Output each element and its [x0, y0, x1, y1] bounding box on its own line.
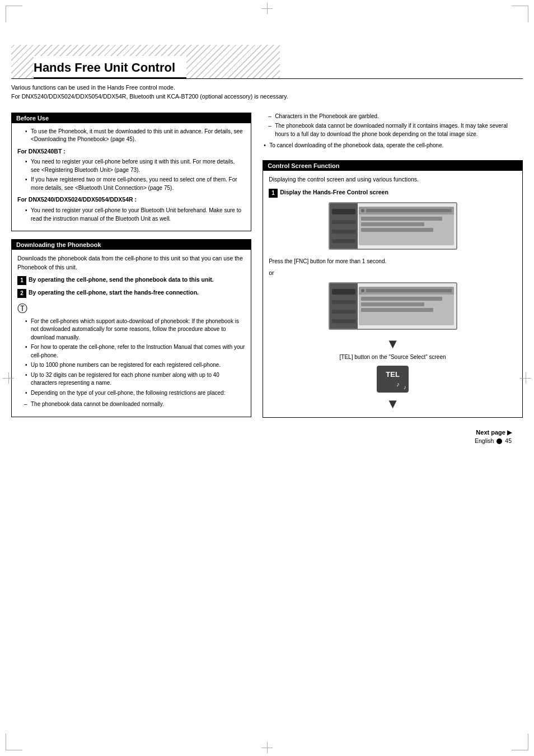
downloading-section: Downloading the Phonebook Downloads the …: [11, 239, 251, 417]
device-btn-2: [332, 220, 355, 224]
downloading-content: Downloads the phonebook data from the ce…: [12, 250, 251, 417]
arrow-down-1: ▼: [269, 337, 517, 351]
control-screen-header: Control Screen Function: [263, 161, 522, 171]
cross-mark-top: [261, 3, 273, 14]
device-dot-1: [361, 209, 364, 212]
step-2: 2 By operating the cell-phone, start the…: [17, 288, 245, 298]
dnx5240-item-0: You need to register your cell-phone to …: [24, 207, 245, 223]
note-dash-list: The phonebook data cannot be downloaded …: [24, 400, 245, 409]
arrow-down-2: ▼: [269, 397, 517, 410]
right-dash-1: The phonebook data cannot be downloaded …: [268, 122, 523, 138]
dnx5240bt-item-1: If you have registered two or more cell-…: [24, 176, 245, 192]
device-btn-7: [332, 310, 355, 314]
tel-label: TEL: [386, 370, 400, 379]
step1-text: By operating the cell-phone, send the ph…: [29, 276, 214, 284]
page-number-line: English 45: [263, 437, 517, 444]
corner-mark-bl: [6, 734, 22, 750]
screen-mockup-2: [269, 282, 517, 333]
device-btn-1: [332, 209, 355, 214]
control-screen-section: Control Screen Function Displaying the c…: [263, 160, 523, 418]
device-bar-5: [361, 302, 424, 306]
left-column: Before Use To use the Phonebook, it must…: [11, 113, 251, 444]
before-use-header: Before Use: [12, 113, 251, 123]
note-item-3: Up to 32 digits can be registered for ea…: [24, 371, 245, 388]
cancel-note: To cancel downloading of the phonebook d…: [263, 142, 523, 150]
screen-mockup-1: [269, 202, 517, 253]
cancel-note-list: To cancel downloading of the phonebook d…: [263, 142, 523, 150]
device-left-panel-2: [330, 283, 358, 329]
device-top-bar-2: [359, 287, 454, 295]
dnx5240bt-item-0: You need to register your cell-phone bef…: [24, 158, 245, 174]
device-btn-4: [332, 239, 355, 243]
device-btn-8: [332, 319, 355, 323]
page-title: Hands Free Unit Control: [34, 56, 186, 78]
note-item-0: For the cell-phones which support auto-d…: [24, 318, 245, 342]
footer-area: Next page ▶ English 45: [263, 429, 523, 444]
dnx5240-heading: For DNX5240/DDX5024/DDX5054/DDX54R :: [17, 195, 245, 204]
note-item-2: Up to 1000 phone numbers can be register…: [24, 361, 245, 370]
page: Hands Free Unit Control Various function…: [0, 0, 534, 756]
next-page-label: Next page ▶: [263, 429, 517, 436]
right-dash-0: Characters in the Phonebook are garbled.: [268, 113, 523, 121]
device-bar-area-1: [359, 214, 454, 234]
device-bar-fill-1: [366, 209, 452, 212]
right-notes: Characters in the Phonebook are garbled.…: [263, 113, 523, 160]
ctrl-step1-number: 1: [269, 189, 278, 198]
subtitle-area: Various functions can be used in the Han…: [11, 83, 523, 101]
dnx5240-list: You need to register your cell-phone to …: [24, 207, 245, 223]
note-icon-area: Ⓣ: [17, 301, 245, 316]
before-use-intro: To use the Phonebook, it must be downloa…: [24, 128, 245, 144]
ctrl-step1-text: Display the Hands-Free Control screen: [280, 188, 388, 197]
language-label: English: [475, 437, 494, 444]
device-btn-6: [332, 300, 355, 304]
device-bar-area-2: [359, 295, 454, 314]
step2-text: By operating the cell-phone, start the h…: [29, 288, 199, 297]
note-item-4: Depending on the type of your cell-phone…: [24, 389, 245, 398]
subtitle-line2: For DNX5240/DDX5024/DDX5054/DDX54R, Blue…: [11, 92, 523, 101]
ctrl-step-1: 1 Display the Hands-Free Control screen: [269, 188, 517, 198]
cross-mark-left: [3, 372, 14, 384]
tel-caption: [TEL] button on the "Source Select" scre…: [269, 353, 517, 361]
device-bar-6: [361, 308, 434, 312]
dnx5240bt-heading: For DNX5240BT :: [17, 147, 245, 156]
corner-mark-tl: [6, 6, 22, 22]
device-main-1: [359, 207, 454, 245]
device-bar-1: [361, 217, 443, 221]
device-screen-2: [329, 282, 457, 330]
device-left-panel-1: [330, 203, 358, 249]
device-bar-fill-2: [366, 289, 452, 292]
control-screen-intro: Displaying the control screen and using …: [269, 175, 517, 184]
downloading-header: Downloading the Phonebook: [12, 240, 251, 250]
device-btn-5: [332, 289, 355, 295]
device-dot-2: [361, 289, 364, 292]
step2-number: 2: [17, 289, 26, 298]
cross-mark-bottom: [261, 742, 273, 753]
dnx5240bt-list: You need to register your cell-phone bef…: [24, 158, 245, 192]
corner-mark-tr: [512, 6, 528, 22]
device-top-bar-1: [359, 207, 454, 214]
cross-mark-right: [520, 372, 531, 384]
two-column-layout: Before Use To use the Phonebook, it must…: [11, 113, 523, 444]
note-item-1: For how to operate the cell-phone, refer…: [24, 343, 245, 360]
control-screen-content: Displaying the control screen and using …: [263, 171, 522, 417]
device-bar-2: [361, 222, 424, 226]
press-fnc-text: Press the [FNC] button for more than 1 s…: [269, 257, 517, 265]
page-header: Hands Free Unit Control: [11, 45, 523, 79]
note-list: For the cell-phones which support auto-d…: [24, 318, 245, 398]
tel-button-area: TEL ♪: [269, 363, 517, 395]
device-btn-3: [332, 230, 355, 234]
or-text: or: [269, 269, 517, 278]
step1-number: 1: [17, 276, 26, 285]
right-column: Characters in the Phonebook are garbled.…: [263, 113, 523, 444]
note-dash-item-0: The phonebook data cannot be downloaded …: [24, 400, 245, 409]
before-use-section: Before Use To use the Phonebook, it must…: [11, 113, 251, 232]
subtitle-line1: Various functions can be used in the Han…: [11, 83, 523, 92]
corner-mark-br: [512, 734, 528, 750]
device-bar-4: [361, 297, 443, 301]
device-bar-3: [361, 228, 434, 232]
before-use-content: To use the Phonebook, it must be downloa…: [12, 123, 251, 231]
downloading-intro: Downloads the phonebook data from the ce…: [17, 254, 245, 272]
page-bullet: [496, 438, 502, 444]
device-main-2: [359, 287, 454, 325]
device-screen-1: [329, 202, 457, 250]
